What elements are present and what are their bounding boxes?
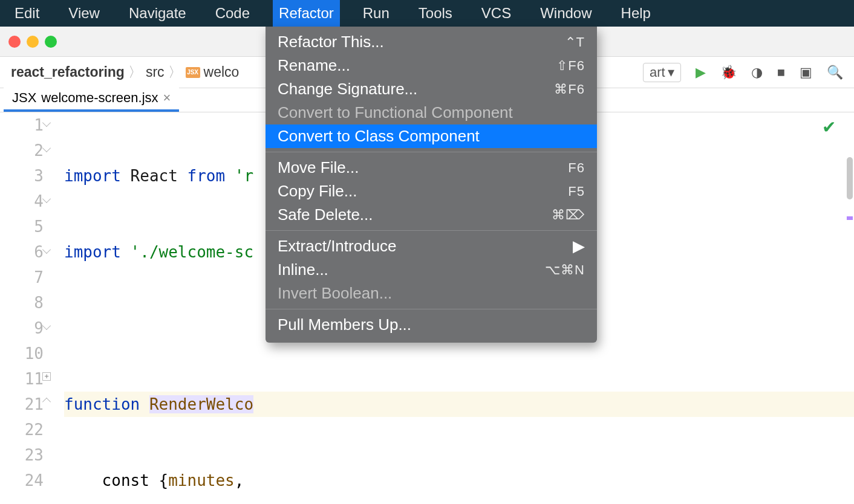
menu-shortcut: ⌃T: [565, 34, 585, 50]
menu-item-move-file[interactable]: Move File...F6: [266, 156, 597, 179]
gutter-line-number[interactable]: 10: [0, 341, 44, 366]
close-icon[interactable]: ×: [163, 90, 171, 106]
run-icon[interactable]: ▶: [696, 65, 706, 80]
gutter-line-number[interactable]: 4: [0, 189, 44, 214]
code-token: 'r: [235, 167, 253, 185]
menu-item-inline[interactable]: Inline...⌥⌘N: [266, 258, 597, 282]
code-token: minutes: [168, 471, 235, 489]
gutter-line-number[interactable]: 1: [0, 112, 44, 138]
fold-toggle-icon[interactable]: [42, 245, 51, 254]
gutter-line-number[interactable]: 22: [0, 417, 44, 442]
window-zoom-button[interactable]: [45, 36, 57, 48]
run-anything-icon[interactable]: ▣: [800, 65, 812, 80]
menu-navigate[interactable]: Navigate: [123, 0, 192, 27]
gutter-line-number[interactable]: 21: [0, 392, 44, 417]
gutter-line-number[interactable]: 5: [0, 214, 44, 239]
fold-toggle-icon[interactable]: [42, 398, 51, 406]
gutter-line-number[interactable]: 23: [0, 442, 44, 468]
code-token: import: [64, 243, 131, 261]
gutter-line-number[interactable]: 3: [0, 163, 44, 189]
menu-separator: [266, 152, 597, 152]
menu-help[interactable]: Help: [615, 0, 657, 27]
menu-item-label: Convert to Class Component: [278, 127, 480, 146]
menu-tools[interactable]: Tools: [412, 0, 458, 27]
tab-label: welcome-screen.jsx: [41, 90, 158, 106]
breadcrumb-separator-icon: 〉: [128, 63, 142, 82]
menu-item-invert-boolean: Invert Boolean...: [266, 282, 597, 305]
gutter-line-number[interactable]: 7: [0, 265, 44, 290]
menu-item-label: Safe Delete...: [278, 205, 373, 224]
toolbar-actions: art ▾ ▶ 🐞 ◑ ■ ▣ 🔍: [643, 63, 843, 82]
menu-item-change-signature[interactable]: Change Signature...⌘F6: [266, 77, 597, 101]
menu-vcs[interactable]: VCS: [475, 0, 517, 27]
menu-item-convert-to-class-component[interactable]: Convert to Class Component: [266, 124, 597, 148]
menu-item-convert-to-functional-component: Convert to Functional Component: [266, 101, 597, 124]
gutter-line-number[interactable]: 6: [0, 239, 44, 265]
submenu-arrow-icon: ▶: [573, 237, 585, 256]
stop-icon[interactable]: ■: [777, 65, 785, 80]
code-token: './welcome-sc: [131, 243, 254, 261]
menu-window[interactable]: Window: [534, 0, 598, 27]
menu-item-safe-delete[interactable]: Safe Delete...⌘⌦: [266, 203, 597, 227]
editor-gutter: 1234567891011+21222324: [0, 112, 54, 504]
breadcrumb-separator-icon: 〉: [168, 63, 182, 82]
chevron-down-icon: ▾: [668, 65, 674, 80]
gutter-line-number[interactable]: 9: [0, 315, 44, 341]
scrollbar-marker: [847, 216, 853, 220]
vertical-scrollbar[interactable]: [847, 157, 853, 199]
window-close-button[interactable]: [8, 36, 21, 48]
code-token: ,: [235, 471, 253, 489]
jsx-file-icon: JSX: [12, 90, 36, 106]
search-icon[interactable]: 🔍: [827, 65, 843, 80]
menu-item-label: Pull Members Up...: [278, 315, 411, 334]
gutter-line-number[interactable]: 8: [0, 290, 44, 315]
menu-edit[interactable]: Edit: [8, 0, 45, 27]
code-token: React: [131, 167, 187, 185]
menu-view[interactable]: View: [62, 0, 106, 27]
menu-separator: [266, 230, 597, 231]
menu-item-label: Move File...: [278, 158, 359, 177]
run-configuration-selector[interactable]: art ▾: [643, 63, 681, 82]
gutter-line-number[interactable]: 11+: [0, 366, 44, 392]
editor-tab[interactable]: JSX welcome-screen.jsx ×: [4, 86, 179, 112]
fold-toggle-icon[interactable]: [42, 118, 51, 127]
menubar: EditViewNavigateCodeRefactorRunToolsVCSW…: [0, 0, 854, 27]
menu-item-extract-introduce[interactable]: Extract/Introduce▶: [266, 234, 597, 258]
menu-item-refactor-this[interactable]: Refactor This...⌃T: [266, 30, 597, 54]
menu-run[interactable]: Run: [357, 0, 396, 27]
code-token: const {: [64, 471, 168, 489]
code-token: RenderWelco: [149, 395, 253, 413]
menu-refactor[interactable]: Refactor: [273, 0, 340, 27]
breadcrumb-root[interactable]: react_refactoring: [11, 64, 125, 80]
menu-item-label: Copy File...: [278, 182, 357, 201]
menu-item-pull-members-up[interactable]: Pull Members Up...: [266, 313, 597, 337]
breadcrumb-folder[interactable]: src: [146, 64, 165, 80]
menu-shortcut: ⌘F6: [554, 82, 585, 97]
menu-shortcut: ⇧F6: [556, 58, 585, 74]
fold-toggle-icon[interactable]: [42, 195, 51, 203]
menu-item-label: Refactor This...: [278, 33, 384, 51]
menu-shortcut: F6: [568, 160, 585, 176]
window-minimize-button[interactable]: [27, 36, 39, 48]
gutter-line-number[interactable]: 2: [0, 138, 44, 163]
menu-code[interactable]: Code: [209, 0, 256, 27]
menu-item-copy-file[interactable]: Copy File...F5: [266, 179, 597, 203]
gutter-line-number[interactable]: 24: [0, 468, 44, 493]
menu-item-label: Rename...: [278, 56, 350, 75]
menu-item-label: Change Signature...: [278, 80, 417, 99]
menu-item-rename[interactable]: Rename...⇧F6: [266, 54, 597, 77]
menu-item-label: Convert to Functional Component: [278, 103, 513, 122]
menu-item-label: Extract/Introduce: [278, 237, 397, 256]
menu-item-label: Inline...: [278, 260, 328, 279]
fold-toggle-icon[interactable]: [42, 144, 51, 152]
fold-toggle-icon[interactable]: [42, 321, 51, 330]
menu-shortcut: F5: [568, 184, 585, 199]
coverage-icon[interactable]: ◑: [751, 65, 763, 80]
breadcrumb[interactable]: react_refactoring 〉 src 〉 JSX welco: [11, 63, 239, 82]
fold-expand-icon[interactable]: +: [42, 372, 51, 381]
breadcrumb-file[interactable]: welco: [204, 64, 240, 80]
run-config-label: art: [650, 65, 665, 80]
inspection-ok-icon[interactable]: ✔: [822, 117, 836, 137]
debug-icon[interactable]: 🐞: [720, 65, 737, 80]
code-token: function: [64, 395, 149, 413]
